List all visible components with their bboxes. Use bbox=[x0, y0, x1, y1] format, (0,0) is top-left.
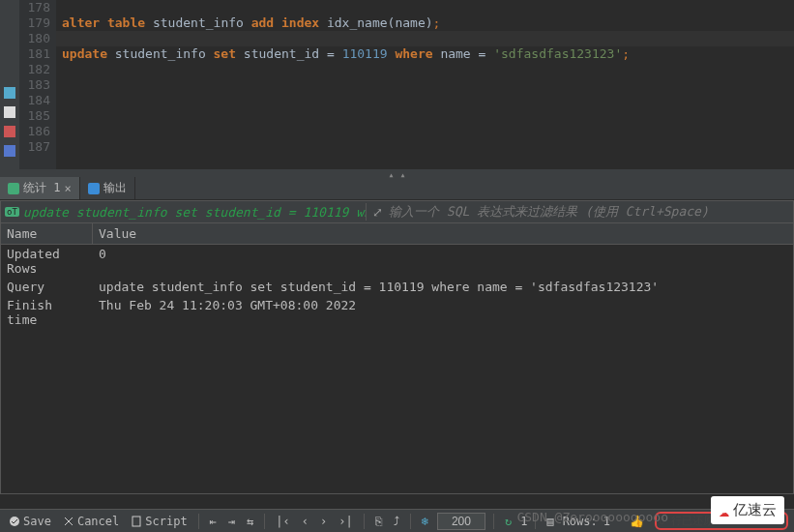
column-header-name[interactable]: Name bbox=[1, 223, 93, 244]
last-page-button[interactable]: ›| bbox=[336, 515, 355, 528]
export-button[interactable]: ⤴ bbox=[391, 515, 402, 528]
table-row[interactable]: Updated Rows 0 bbox=[1, 245, 793, 278]
filter-sql-text: update student_info set student_id = 110… bbox=[23, 205, 366, 220]
row-limit-input[interactable] bbox=[437, 513, 485, 530]
indent-right-button[interactable]: ⇥ bbox=[225, 515, 238, 528]
table-header: Name Value bbox=[1, 223, 793, 245]
cancel-button[interactable]: Cancel bbox=[60, 515, 122, 528]
separator bbox=[198, 514, 199, 529]
table-row[interactable]: Finish time Thu Feb 24 11:20:03 GMT+08:0… bbox=[1, 296, 793, 329]
indent-left-button[interactable]: ⇤ bbox=[207, 515, 220, 528]
cell-name: Finish time bbox=[1, 296, 93, 329]
tab-label: 输出 bbox=[103, 180, 127, 196]
rows-count: 1 bbox=[603, 515, 610, 528]
bottom-toolbar: Save Cancel Script ⇤ ⇥ ⇆ |‹ ‹ › ›| ⎘ ⤴ ❄… bbox=[0, 509, 794, 532]
tab-output[interactable]: 输出 bbox=[80, 177, 135, 199]
close-icon[interactable]: × bbox=[64, 182, 71, 195]
prev-page-button[interactable]: ‹ bbox=[299, 515, 311, 528]
filter-badge-icon: oT bbox=[5, 207, 19, 217]
marker2-icon[interactable] bbox=[4, 145, 15, 157]
line-gutter: 178 179 180 181 182 183 184 185 186 187 bbox=[19, 0, 56, 169]
thumb-up-icon[interactable]: 👍 bbox=[627, 515, 647, 528]
output-icon bbox=[88, 183, 100, 194]
check-icon bbox=[9, 516, 20, 527]
column-header-value[interactable]: Value bbox=[93, 223, 793, 244]
left-icon-strip bbox=[0, 0, 19, 169]
separator bbox=[410, 514, 411, 529]
separator bbox=[493, 514, 494, 529]
db-icon[interactable] bbox=[4, 87, 15, 99]
expand-icon[interactable]: ⤢ bbox=[372, 205, 383, 220]
table-body: Updated Rows 0 Query update student_info… bbox=[1, 245, 793, 493]
tab-label: 统计 1 bbox=[23, 180, 60, 196]
outdent-button[interactable]: ⇆ bbox=[244, 515, 256, 528]
page-number: 1 bbox=[520, 515, 527, 528]
result-tabs: 统计 1 × 输出 bbox=[0, 177, 794, 200]
result-table: Name Value Updated Rows 0 Query update s… bbox=[0, 223, 794, 494]
filter-bar: oT update student_info set student_id = … bbox=[0, 200, 794, 223]
cell-value: update student_info set student_id = 110… bbox=[93, 278, 793, 296]
cell-value: Thu Feb 24 11:20:03 GMT+08:00 2022 bbox=[93, 296, 793, 329]
file-icon[interactable] bbox=[4, 106, 15, 118]
separator bbox=[364, 514, 365, 529]
status-text: 0 行已还原 - 2ms 2022 bbox=[655, 512, 788, 530]
cell-value: 0 bbox=[93, 245, 793, 278]
code-editor[interactable]: alter table student_info add index idx_n… bbox=[56, 0, 794, 169]
svg-rect-1 bbox=[132, 517, 140, 526]
svg-point-0 bbox=[10, 517, 19, 526]
settings-button[interactable]: ❄ bbox=[419, 515, 431, 528]
script-button[interactable]: Script bbox=[128, 515, 190, 528]
stats-icon bbox=[8, 183, 19, 194]
tab-statistics-1[interactable]: 统计 1 × bbox=[0, 177, 80, 199]
first-page-button[interactable]: |‹ bbox=[273, 515, 292, 528]
save-button[interactable]: Save bbox=[6, 515, 54, 528]
x-icon bbox=[63, 516, 74, 527]
panel-fold-handle[interactable]: ▴ ▴ bbox=[0, 169, 794, 177]
filter-input-wrap: ⤢ 输入一个 SQL 表达式来过滤结果 (使用 Ctrl+Space) bbox=[366, 203, 793, 221]
cell-name: Updated Rows bbox=[1, 245, 93, 278]
filter-rows-button[interactable]: ▤ bbox=[544, 515, 556, 528]
rows-label: Rows: bbox=[563, 515, 598, 528]
script-icon bbox=[131, 516, 142, 527]
marker-icon[interactable] bbox=[4, 126, 15, 137]
filter-input[interactable]: 输入一个 SQL 表达式来过滤结果 (使用 Ctrl+Space) bbox=[389, 203, 709, 221]
table-row[interactable]: Query update student_info set student_id… bbox=[1, 278, 793, 296]
separator bbox=[535, 514, 536, 529]
cell-name: Query bbox=[1, 278, 93, 296]
refresh-button[interactable]: ↻ bbox=[502, 515, 515, 528]
separator bbox=[264, 514, 265, 529]
next-page-button[interactable]: › bbox=[317, 515, 330, 528]
link-button[interactable]: ⎘ bbox=[372, 515, 385, 528]
filter-sql-preview[interactable]: oT update student_info set student_id = … bbox=[1, 205, 366, 220]
